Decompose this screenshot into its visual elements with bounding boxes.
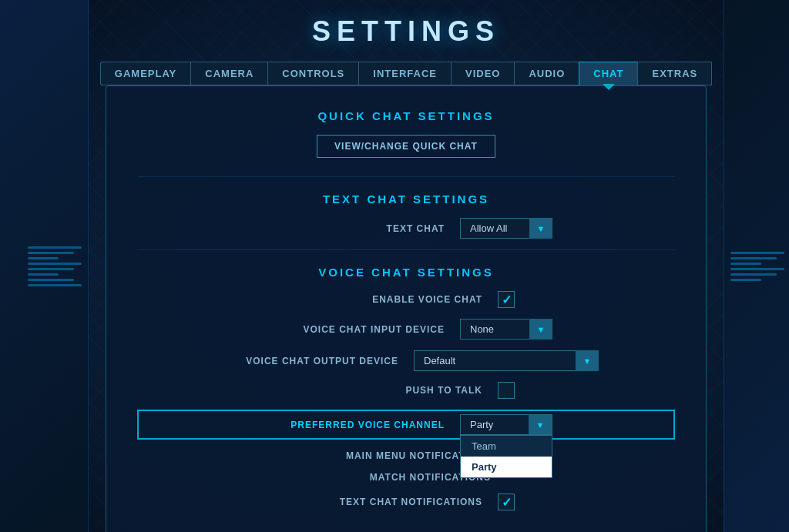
main-menu-notif-row: MAIN MENU NOTIFICATIONS <box>137 450 675 461</box>
preferred-voice-dropdown-list: Team Party <box>460 435 552 478</box>
preferred-voice-channel-row: PREFERRED VOICE CHANNEL Party Team Party <box>137 410 675 440</box>
voice-output-row: VOICE CHAT OUTPUT DEVICE Default Speaker… <box>137 350 675 371</box>
enable-voice-chat-checkbox[interactable] <box>498 291 515 308</box>
deco-bar <box>730 257 777 259</box>
text-chat-notif-row: TEXT CHAT NOTIFICATIONS <box>137 494 675 510</box>
push-to-talk-row: PUSH TO TALK <box>137 382 675 399</box>
deco-bar <box>730 252 784 254</box>
side-panel-right <box>724 0 789 532</box>
tab-chat[interactable]: CHAT <box>579 62 637 85</box>
voice-chat-heading: VOICE CHAT SETTINGS <box>137 266 675 279</box>
tab-video[interactable]: VIDEO <box>451 62 514 85</box>
preferred-voice-dropdown-container[interactable]: Party Team Party <box>460 414 552 435</box>
voice-input-row: VOICE CHAT INPUT DEVICE None Default Mic… <box>137 319 675 340</box>
preferred-voice-option-party[interactable]: Party <box>461 457 552 477</box>
voice-output-select[interactable]: Default Speakers Headphones <box>414 350 599 371</box>
text-chat-notif-label: TEXT CHAT NOTIFICATIONS <box>297 497 498 507</box>
deco-bar <box>28 257 59 259</box>
text-chat-notif-checkbox[interactable] <box>498 494 515 510</box>
text-chat-label: TEXT CHAT <box>260 223 460 234</box>
deco-bar <box>730 273 777 276</box>
deco-bar <box>730 263 761 265</box>
preferred-voice-arrow <box>529 415 552 434</box>
voice-input-dropdown[interactable]: None Default Microphone <box>460 319 552 340</box>
enable-voice-chat-label: ENABLE VOICE CHAT <box>297 294 498 305</box>
deco-bar <box>28 268 74 270</box>
deco-bar <box>730 279 761 281</box>
tab-audio[interactable]: AUDIO <box>514 62 579 85</box>
deco-bar <box>28 252 74 254</box>
side-panel-left <box>0 0 89 532</box>
voice-input-select[interactable]: None Default Microphone <box>460 319 552 340</box>
settings-panel: QUICK CHAT SETTINGS VIEW/CHANGE QUICK CH… <box>106 85 707 532</box>
tab-extras[interactable]: EXTRAS <box>637 62 712 85</box>
deco-bar <box>28 273 59 276</box>
tab-interface[interactable]: INTERFACE <box>358 62 451 85</box>
deco-bar <box>28 284 82 286</box>
text-chat-dropdown[interactable]: Allow All Team Only Disabled <box>460 218 552 239</box>
enable-voice-chat-row: ENABLE VOICE CHAT <box>137 291 675 308</box>
text-chat-select[interactable]: Allow All Team Only Disabled <box>460 218 552 239</box>
push-to-talk-label: PUSH TO TALK <box>297 385 498 396</box>
match-notif-row: MATCH NOTIFICATIONS <box>137 472 675 483</box>
voice-input-label: VOICE CHAT INPUT DEVICE <box>260 324 460 335</box>
deco-bar <box>28 279 74 281</box>
preferred-voice-value: Party <box>470 419 493 430</box>
text-chat-heading: TEXT CHAT SETTINGS <box>137 192 675 206</box>
preferred-voice-channel-label: PREFERRED VOICE CHANNEL <box>260 420 460 430</box>
tab-bar: GAMEPLAY CAMERA CONTROLS INTERFACE VIDEO… <box>100 62 712 85</box>
page-title: SETTINGS <box>312 15 500 48</box>
divider <box>137 176 675 177</box>
tab-gameplay[interactable]: GAMEPLAY <box>100 62 190 85</box>
push-to-talk-checkbox[interactable] <box>498 382 515 399</box>
deco-bar <box>28 263 82 265</box>
divider <box>137 249 675 250</box>
tab-camera[interactable]: CAMERA <box>190 62 267 85</box>
deco-bar <box>28 246 82 249</box>
deco-bar <box>730 268 784 270</box>
voice-output-label: VOICE CHAT OUTPUT DEVICE <box>213 356 414 366</box>
text-chat-row: TEXT CHAT Allow All Team Only Disabled <box>137 218 675 239</box>
quick-chat-heading: QUICK CHAT SETTINGS <box>137 109 675 122</box>
view-change-quick-chat-button[interactable]: VIEW/CHANGE QUICK CHAT <box>317 135 495 158</box>
tab-controls[interactable]: CONTROLS <box>267 62 358 85</box>
voice-output-dropdown[interactable]: Default Speakers Headphones <box>414 350 599 371</box>
preferred-voice-select[interactable]: Party <box>460 414 552 435</box>
preferred-voice-option-team[interactable]: Team <box>461 436 552 457</box>
